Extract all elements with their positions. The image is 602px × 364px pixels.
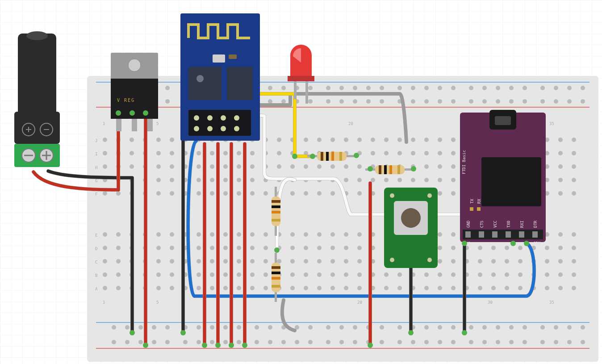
svg-rect-515 [132,119,137,131]
svg-point-214 [103,164,107,169]
svg-point-167 [438,138,442,142]
svg-point-336 [290,232,295,237]
svg-point-413 [357,259,362,264]
svg-point-112 [165,340,170,344]
svg-point-376 [344,246,348,250]
svg-point-369 [250,246,255,250]
svg-point-490 [424,286,429,290]
svg-point-482 [317,286,322,290]
svg-point-25 [380,86,384,90]
svg-rect-545 [389,165,392,174]
svg-rect-577 [519,231,524,238]
svg-point-590 [354,153,359,158]
svg-point-320 [558,191,563,196]
svg-point-330 [210,232,214,237]
svg-point-260 [237,178,241,182]
svg-point-485 [357,286,362,290]
svg-point-164 [397,138,402,142]
svg-point-430 [103,272,107,277]
svg-point-393 [572,246,576,250]
ftdi-pin: TX0 [506,221,511,228]
svg-point-495 [491,286,496,290]
svg-point-58 [366,99,371,104]
svg-rect-549 [272,200,280,203]
svg-point-61 [411,99,415,104]
svg-point-448 [344,272,348,277]
pushbutton [384,188,438,268]
svg-point-269 [357,178,362,182]
svg-point-403 [223,259,228,264]
svg-point-69 [523,99,527,104]
row-lbl: A [95,287,98,291]
svg-point-155 [277,138,281,142]
svg-point-312 [451,191,456,196]
svg-point-111 [152,340,156,344]
svg-point-123 [326,340,330,344]
svg-point-356 [558,232,563,237]
svg-point-158 [317,138,322,142]
svg-point-165 [411,138,415,142]
row-lbl: B [95,273,97,278]
svg-rect-571 [477,207,481,211]
svg-point-300 [290,191,295,196]
svg-point-386 [478,246,482,250]
svg-rect-573 [465,231,471,238]
svg-point-122 [308,340,313,344]
svg-point-284 [558,178,563,182]
svg-point-141 [581,340,585,344]
svg-point-146 [156,138,161,142]
svg-point-591 [368,166,373,172]
svg-point-255 [170,178,174,182]
svg-point-499 [545,286,549,290]
svg-point-303 [330,191,335,196]
svg-point-583 [143,343,148,348]
svg-point-473 [196,286,201,290]
svg-point-294 [210,191,214,196]
svg-point-24 [366,86,371,90]
svg-point-90 [339,325,344,330]
svg-point-527 [234,115,239,121]
svg-point-57 [353,99,357,104]
col-lbl: 20 [357,300,362,305]
svg-point-412 [344,259,348,264]
svg-point-582 [130,330,135,335]
row-lbl: G [95,179,97,183]
svg-point-427 [545,259,549,264]
svg-point-274 [424,178,429,182]
svg-point-83 [237,325,241,330]
svg-rect-518 [188,67,222,100]
svg-point-248 [558,164,563,169]
svg-point-327 [170,232,174,237]
svg-point-20 [308,86,313,90]
svg-point-348 [451,232,456,237]
svg-point-406 [263,259,268,264]
svg-point-74 [112,325,116,330]
svg-point-159 [330,138,335,142]
svg-rect-533 [294,81,297,99]
svg-point-500 [558,286,563,290]
svg-point-166 [424,138,429,142]
row-lbl: D [95,247,97,251]
svg-point-285 [572,178,576,182]
svg-rect-538 [326,152,329,161]
svg-point-341 [357,232,362,237]
svg-rect-532 [288,76,314,81]
svg-point-137 [523,340,527,344]
svg-point-459 [491,272,496,277]
svg-point-160 [344,138,348,142]
svg-point-222 [210,164,214,169]
svg-point-295 [223,191,228,196]
svg-point-347 [438,232,442,237]
svg-point-201 [411,151,415,155]
svg-point-584 [180,330,186,335]
svg-point-411 [330,259,335,264]
svg-point-110 [138,340,143,344]
svg-point-434 [156,272,161,277]
svg-point-276 [451,178,456,182]
svg-rect-555 [272,266,280,269]
svg-rect-572 [463,230,543,239]
svg-point-80 [196,325,201,330]
row-lbl: I [95,152,97,156]
svg-point-298 [263,191,268,196]
svg-point-89 [326,325,330,330]
